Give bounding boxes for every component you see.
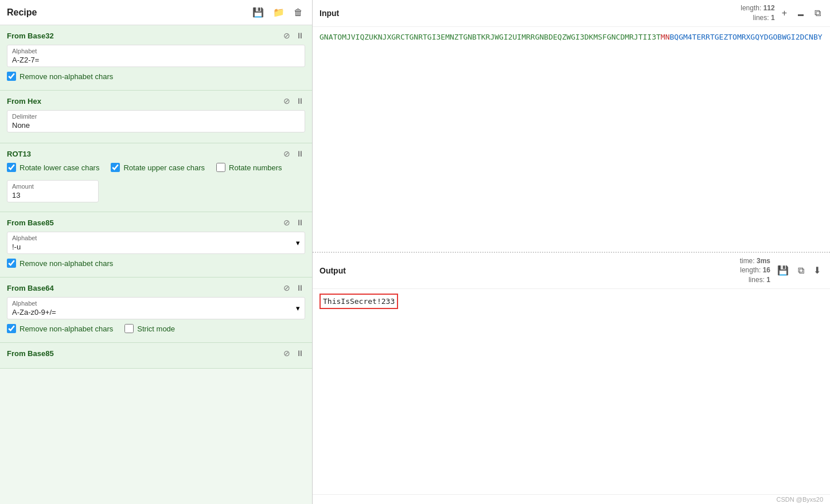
rotate-numbers-checkbox[interactable] <box>216 163 225 172</box>
strict-mode-row: Strict mode <box>124 324 175 333</box>
op-header-base64: From Base64 ⊘ ⏸ <box>7 283 305 292</box>
delimiter-value: None <box>12 121 300 130</box>
delimiter-label: Delimiter <box>12 113 300 120</box>
output-header: Output time: 3ms length: 16 lines: 1 💾 ⧉… <box>313 253 830 289</box>
output-stats: time: 3ms length: 16 lines: 1 <box>740 256 770 285</box>
right-panel: Input length: 112 lines: 1 + 🗕 ⧉ GNATOMJ… <box>313 0 830 504</box>
rotate-upper-row: Rotate upper case chars <box>111 163 205 172</box>
input-add-button[interactable]: + <box>780 7 789 19</box>
input-text-green: GNATOMJVIQZUKNJXGRCTGNRTGI3EMNZTGNBTKRJW… <box>319 33 661 41</box>
open-button[interactable]: 📁 <box>271 6 287 19</box>
rotate-numbers-label[interactable]: Rotate numbers <box>229 163 282 172</box>
remove-nonalpha-base32-label[interactable]: Remove non-alphabet chars <box>20 72 113 81</box>
alphabet-inner-base85: Alphabet !-u <box>12 235 296 251</box>
remove-nonalpha-base85-row: Remove non-alphabet chars <box>7 259 305 268</box>
remove-nonalpha-base64-checkbox[interactable] <box>7 324 16 333</box>
disable-op-base85-2[interactable]: ⊘ <box>282 349 291 358</box>
op-header-rot13: ROT13 ⊘ ⏸ <box>7 149 305 158</box>
save-button[interactable]: 💾 <box>250 6 266 19</box>
op-title-base32: From Base32 <box>7 32 54 40</box>
input-lines-stat: lines: 1 <box>741 13 774 23</box>
alphabet-value-base85: !-u <box>12 243 296 251</box>
op-title-rot13: ROT13 <box>7 150 31 158</box>
op-from-base64: From Base64 ⊘ ⏸ Alphabet A-Za-z0-9+/= ▾ … <box>0 278 312 343</box>
disable-op-rot13[interactable]: ⊘ <box>282 149 291 158</box>
op-from-base32: From Base32 ⊘ ⏸ Alphabet A-Z2-7= Remove … <box>0 25 312 91</box>
alphabet-label-base64: Alphabet <box>12 300 296 307</box>
strict-mode-label[interactable]: Strict mode <box>137 325 175 333</box>
op-controls-base85-2: ⊘ ⏸ <box>282 349 305 358</box>
strict-mode-checkbox[interactable] <box>124 324 134 333</box>
pause-op-base85[interactable]: ⏸ <box>295 218 305 227</box>
input-header-right: length: 112 lines: 1 + 🗕 ⧉ <box>741 3 823 23</box>
rot13-checkboxes: Rotate lower case chars Rotate upper cas… <box>7 163 305 175</box>
op-header-base85-2: From Base85 ⊘ ⏸ <box>7 349 305 358</box>
pause-op-hex[interactable]: ⏸ <box>295 96 305 106</box>
rotate-lower-label[interactable]: Rotate lower case chars <box>20 163 99 172</box>
op-title-base64: From Base64 <box>7 284 54 292</box>
remove-nonalpha-base85-checkbox[interactable] <box>7 259 16 268</box>
rotate-upper-label[interactable]: Rotate upper case chars <box>123 163 205 172</box>
op-controls-base85: ⊘ ⏸ <box>282 218 305 227</box>
output-lines-stat: lines: 1 <box>740 275 770 285</box>
recipe-panel: Recipe 💾 📁 🗑 From Base32 ⊘ ⏸ Alphabet A-… <box>0 0 313 504</box>
pause-op-base32[interactable]: ⏸ <box>295 31 305 40</box>
output-text: ThisIsSecret!233 <box>319 294 398 310</box>
input-minimize-button[interactable]: 🗕 <box>794 7 808 19</box>
op-controls-hex: ⊘ ⏸ <box>282 96 305 106</box>
output-time-stat: time: 3ms <box>740 256 770 266</box>
input-text-blue: BQGM4TERRTGEZTOMRXGQYDGOBWGI2DCNBY <box>669 33 822 41</box>
remove-nonalpha-base32-row: Remove non-alphabet chars <box>7 72 305 81</box>
output-length-stat: length: 16 <box>740 265 770 275</box>
alphabet-field-base85[interactable]: Alphabet !-u ▾ <box>7 232 305 254</box>
alphabet-value-base32[interactable]: A-Z2-7= <box>12 56 300 64</box>
recipe-title: Recipe <box>7 7 37 18</box>
output-download-button[interactable]: ⬇ <box>811 264 823 277</box>
disable-op-base32[interactable]: ⊘ <box>282 31 291 40</box>
delimiter-field-hex[interactable]: Delimiter None <box>7 110 305 132</box>
remove-nonalpha-base64-label[interactable]: Remove non-alphabet chars <box>20 325 113 333</box>
output-section: Output time: 3ms length: 16 lines: 1 💾 ⧉… <box>313 253 830 505</box>
remove-nonalpha-base32-checkbox[interactable] <box>7 72 16 81</box>
rotate-numbers-row: Rotate numbers <box>216 163 282 172</box>
disable-op-hex[interactable]: ⊘ <box>282 96 291 106</box>
output-title: Output <box>319 266 346 275</box>
input-text-red: MN <box>661 33 670 41</box>
rotate-lower-checkbox[interactable] <box>7 163 16 172</box>
remove-nonalpha-base85-label[interactable]: Remove non-alphabet chars <box>20 259 113 268</box>
input-header: Input length: 112 lines: 1 + 🗕 ⧉ <box>313 0 830 27</box>
chevron-down-icon-base64: ▾ <box>296 304 300 312</box>
input-stats: length: 112 lines: 1 <box>741 3 774 23</box>
input-length-stat: length: 112 <box>741 3 774 13</box>
recipe-body: From Base32 ⊘ ⏸ Alphabet A-Z2-7= Remove … <box>0 25 312 504</box>
alphabet-value-base64: A-Za-z0-9+/= <box>12 308 296 317</box>
amount-field-rot13: Amount 13 <box>7 180 99 202</box>
op-header-hex: From Hex ⊘ ⏸ <box>7 96 305 106</box>
output-copy-button[interactable]: ⧉ <box>796 264 806 277</box>
amount-value[interactable]: 13 <box>12 191 93 200</box>
chevron-down-icon-base85: ▾ <box>296 239 300 247</box>
input-title: Input <box>319 9 339 18</box>
input-content[interactable]: GNATOMJVIQZUKNJXGRCTGNRTGI3EMNZTGNBTKRJW… <box>313 27 830 252</box>
pause-op-base64[interactable]: ⏸ <box>295 283 305 292</box>
op-from-base85: From Base85 ⊘ ⏸ Alphabet !-u ▾ Remove no… <box>0 212 312 278</box>
op-title-base85-2: From Base85 <box>7 349 54 358</box>
delimiter-inner: Delimiter None <box>12 113 300 130</box>
disable-op-base64[interactable]: ⊘ <box>282 283 291 292</box>
output-content[interactable]: ThisIsSecret!233 <box>313 289 830 494</box>
rotate-lower-row: Rotate lower case chars <box>7 163 99 172</box>
alphabet-field-base64[interactable]: Alphabet A-Za-z0-9+/= ▾ <box>7 297 305 319</box>
pause-op-rot13[interactable]: ⏸ <box>295 149 305 158</box>
delete-button[interactable]: 🗑 <box>291 6 305 19</box>
op-header-base32: From Base32 ⊘ ⏸ <box>7 31 305 40</box>
op-from-hex: From Hex ⊘ ⏸ Delimiter None <box>0 91 312 143</box>
output-save-button[interactable]: 💾 <box>775 264 791 277</box>
op-title-hex: From Hex <box>7 97 41 106</box>
rotate-upper-checkbox[interactable] <box>111 163 120 172</box>
input-restore-button[interactable]: ⧉ <box>812 7 823 19</box>
pause-op-base85-2[interactable]: ⏸ <box>295 349 305 358</box>
input-section: Input length: 112 lines: 1 + 🗕 ⧉ GNATOMJ… <box>313 0 830 253</box>
disable-op-base85[interactable]: ⊘ <box>282 218 291 227</box>
op-rot13: ROT13 ⊘ ⏸ Rotate lower case chars Rotate… <box>0 143 312 212</box>
recipe-toolbar: 💾 📁 🗑 <box>250 6 305 19</box>
